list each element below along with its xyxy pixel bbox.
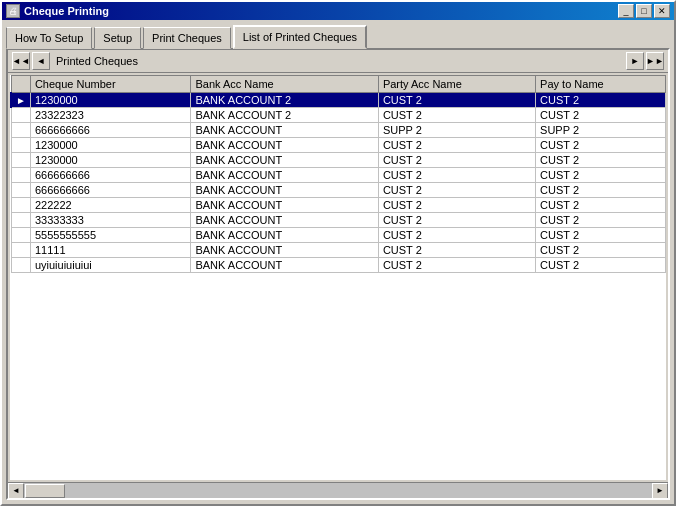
table-cell: 666666666 bbox=[30, 123, 191, 138]
row-indicator-cell bbox=[11, 243, 30, 258]
table-cell: SUPP 2 bbox=[378, 123, 535, 138]
table-row[interactable]: 666666666BANK ACCOUNTSUPP 2SUPP 2 bbox=[11, 123, 666, 138]
table-row[interactable]: uyiuiuiuiuiuiBANK ACCOUNTCUST 2CUST 2 bbox=[11, 258, 666, 273]
table-cell: CUST 2 bbox=[378, 213, 535, 228]
table-row[interactable]: 33333333BANK ACCOUNTCUST 2CUST 2 bbox=[11, 213, 666, 228]
row-indicator-cell bbox=[11, 168, 30, 183]
table-cell: CUST 2 bbox=[378, 258, 535, 273]
table-row[interactable]: 666666666BANK ACCOUNTCUST 2CUST 2 bbox=[11, 168, 666, 183]
col-bank-acc-name: Bank Acc Name bbox=[191, 76, 378, 93]
col-cheque-number: Cheque Number bbox=[30, 76, 191, 93]
table-cell: CUST 2 bbox=[536, 153, 666, 168]
nav-prev-button[interactable]: ◄ bbox=[32, 52, 50, 70]
row-indicator-cell bbox=[11, 108, 30, 123]
window-title: Cheque Printing bbox=[24, 5, 109, 17]
table-cell: CUST 2 bbox=[378, 198, 535, 213]
tabs-bar: How To Setup Setup Print Cheques List of… bbox=[2, 20, 674, 48]
title-bar-left: 🖨 Cheque Printing bbox=[6, 4, 109, 18]
table-row[interactable]: 222222BANK ACCOUNTCUST 2CUST 2 bbox=[11, 198, 666, 213]
table-cell: CUST 2 bbox=[536, 108, 666, 123]
table-cell: CUST 2 bbox=[536, 138, 666, 153]
table-row[interactable]: 23322323BANK ACCOUNT 2CUST 2CUST 2 bbox=[11, 108, 666, 123]
table-cell: CUST 2 bbox=[536, 243, 666, 258]
tab-list-of-printed-cheques[interactable]: List of Printed Cheques bbox=[233, 25, 367, 49]
table-cell: 1230000 bbox=[30, 93, 191, 108]
nav-next-button[interactable]: ► bbox=[626, 52, 644, 70]
scroll-track[interactable] bbox=[24, 483, 652, 499]
table-cell: CUST 2 bbox=[536, 213, 666, 228]
table-cell: CUST 2 bbox=[378, 153, 535, 168]
content-area: ◄◄ ◄ Printed Cheques ► ►► Cheque Number … bbox=[6, 48, 670, 500]
table-cell: CUST 2 bbox=[378, 108, 535, 123]
table-row[interactable]: 666666666BANK ACCOUNTCUST 2CUST 2 bbox=[11, 183, 666, 198]
table-cell: CUST 2 bbox=[378, 228, 535, 243]
nav-bar: ◄◄ ◄ Printed Cheques ► ►► bbox=[8, 50, 668, 73]
row-indicator-cell bbox=[11, 183, 30, 198]
table-cell: CUST 2 bbox=[378, 243, 535, 258]
table-row[interactable]: 5555555555BANK ACCOUNTCUST 2CUST 2 bbox=[11, 228, 666, 243]
table-cell: SUPP 2 bbox=[536, 123, 666, 138]
table-cell: CUST 2 bbox=[536, 228, 666, 243]
table-cell: BANK ACCOUNT bbox=[191, 213, 378, 228]
row-indicator-cell bbox=[11, 198, 30, 213]
table-cell: uyiuiuiuiuiui bbox=[30, 258, 191, 273]
title-buttons: _ □ ✕ bbox=[618, 4, 670, 18]
table-cell: 666666666 bbox=[30, 183, 191, 198]
col-pay-to-name: Pay to Name bbox=[536, 76, 666, 93]
table-cell: BANK ACCOUNT bbox=[191, 198, 378, 213]
row-indicator-cell bbox=[11, 258, 30, 273]
table-cell: BANK ACCOUNT 2 bbox=[191, 93, 378, 108]
table-container[interactable]: Cheque Number Bank Acc Name Party Acc Na… bbox=[10, 75, 666, 480]
table-cell: CUST 2 bbox=[378, 168, 535, 183]
table-cell: CUST 2 bbox=[536, 168, 666, 183]
nav-first-button[interactable]: ◄◄ bbox=[12, 52, 30, 70]
table-cell: CUST 2 bbox=[536, 93, 666, 108]
row-indicator-cell bbox=[11, 138, 30, 153]
scroll-left-button[interactable]: ◄ bbox=[8, 483, 24, 499]
tab-setup[interactable]: Setup bbox=[94, 27, 141, 49]
table-cell: 11111 bbox=[30, 243, 191, 258]
title-bar: 🖨 Cheque Printing _ □ ✕ bbox=[2, 2, 674, 20]
table-row[interactable]: 1230000BANK ACCOUNTCUST 2CUST 2 bbox=[11, 138, 666, 153]
row-indicator-cell bbox=[11, 153, 30, 168]
tab-how-to-setup[interactable]: How To Setup bbox=[6, 27, 92, 49]
scroll-thumb[interactable] bbox=[25, 484, 65, 498]
table-cell: BANK ACCOUNT bbox=[191, 228, 378, 243]
table-body: ►1230000BANK ACCOUNT 2CUST 2CUST 2233223… bbox=[11, 93, 666, 273]
table-row[interactable]: ►1230000BANK ACCOUNT 2CUST 2CUST 2 bbox=[11, 93, 666, 108]
table-cell: BANK ACCOUNT bbox=[191, 258, 378, 273]
table-cell: BANK ACCOUNT bbox=[191, 138, 378, 153]
table-cell: BANK ACCOUNT bbox=[191, 183, 378, 198]
main-window: 🖨 Cheque Printing _ □ ✕ How To Setup Set… bbox=[0, 0, 676, 506]
table-cell: 666666666 bbox=[30, 168, 191, 183]
row-indicator-cell: ► bbox=[11, 93, 30, 108]
table-cell: 23322323 bbox=[30, 108, 191, 123]
table-cell: 1230000 bbox=[30, 138, 191, 153]
table-cell: BANK ACCOUNT bbox=[191, 168, 378, 183]
table-cell: BANK ACCOUNT 2 bbox=[191, 108, 378, 123]
table-header-row: Cheque Number Bank Acc Name Party Acc Na… bbox=[11, 76, 666, 93]
table-row[interactable]: 11111BANK ACCOUNTCUST 2CUST 2 bbox=[11, 243, 666, 258]
table-cell: CUST 2 bbox=[536, 258, 666, 273]
maximize-button[interactable]: □ bbox=[636, 4, 652, 18]
nav-last-button[interactable]: ►► bbox=[646, 52, 664, 70]
minimize-button[interactable]: _ bbox=[618, 4, 634, 18]
nav-right-buttons: ► ►► bbox=[626, 52, 664, 70]
table-row[interactable]: 1230000BANK ACCOUNTCUST 2CUST 2 bbox=[11, 153, 666, 168]
table-cell: CUST 2 bbox=[378, 93, 535, 108]
col-indicator bbox=[11, 76, 30, 93]
table-cell: 5555555555 bbox=[30, 228, 191, 243]
scroll-right-button[interactable]: ► bbox=[652, 483, 668, 499]
table-cell: 33333333 bbox=[30, 213, 191, 228]
tab-print-cheques[interactable]: Print Cheques bbox=[143, 27, 231, 49]
col-party-acc-name: Party Acc Name bbox=[378, 76, 535, 93]
row-indicator-cell bbox=[11, 213, 30, 228]
horizontal-scrollbar[interactable]: ◄ ► bbox=[8, 482, 668, 498]
row-indicator-cell bbox=[11, 123, 30, 138]
close-button[interactable]: ✕ bbox=[654, 4, 670, 18]
table-cell: BANK ACCOUNT bbox=[191, 153, 378, 168]
table-cell: CUST 2 bbox=[536, 183, 666, 198]
row-indicator-cell bbox=[11, 228, 30, 243]
table-cell: 1230000 bbox=[30, 153, 191, 168]
table-cell: BANK ACCOUNT bbox=[191, 243, 378, 258]
